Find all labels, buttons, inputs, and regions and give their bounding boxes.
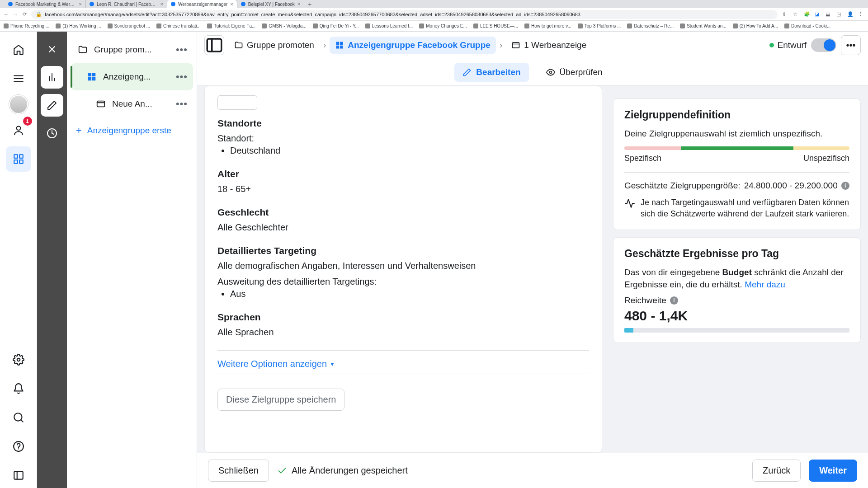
pencil-icon <box>462 68 472 77</box>
daily-results-body: Das von dir eingegebene Budget schränkt … <box>624 266 849 291</box>
nav-search[interactable] <box>6 405 31 430</box>
next-button[interactable]: Weiter <box>809 460 857 482</box>
svg-rect-25 <box>97 101 105 107</box>
avatar <box>9 95 28 114</box>
svg-rect-5 <box>19 155 23 158</box>
nav-ads-manager[interactable] <box>6 146 31 172</box>
nav-back-icon[interactable]: ← <box>4 12 9 17</box>
history-button[interactable] <box>41 122 63 145</box>
publish-toggle[interactable] <box>811 38 836 52</box>
locations-heading: Standorte <box>217 118 589 129</box>
tree-row-ad[interactable]: Neue An... ••• <box>71 90 193 117</box>
nav-forward-icon[interactable]: → <box>13 12 18 17</box>
row-menu-icon[interactable]: ••• <box>176 44 188 56</box>
svg-rect-13 <box>14 471 23 479</box>
breadcrumb-adset[interactable]: Anzeigengruppe Facebook Gruppe <box>330 37 496 54</box>
extension-icon[interactable]: ◪ <box>815 11 821 18</box>
tree-row-adset[interactable]: Anzeigeng... ••• <box>71 63 193 90</box>
expansion-value: Aus <box>230 289 589 299</box>
bookmark[interactable]: Money Changes E... <box>419 23 467 28</box>
star-icon[interactable]: ☆ <box>793 11 799 18</box>
svg-rect-23 <box>88 77 91 80</box>
info-icon[interactable]: i <box>841 182 849 190</box>
close-icon[interactable]: × <box>79 1 82 7</box>
lock-icon: 🔒 <box>36 11 42 17</box>
browser-tab[interactable]: Werbeanzeigenmanager× <box>167 0 237 8</box>
more-menu-button[interactable]: ••• <box>841 35 861 55</box>
bookmark[interactable]: Qing Fei De Yi - Y... <box>313 23 359 28</box>
svg-point-8 <box>17 358 20 361</box>
row-menu-icon[interactable]: ••• <box>176 98 188 110</box>
extension-icon[interactable]: ◳ <box>836 11 843 18</box>
age-heading: Alter <box>217 169 589 179</box>
grid-icon <box>87 72 97 82</box>
info-icon[interactable]: i <box>670 296 678 305</box>
audience-definition-title: Zielgruppendefinition <box>624 109 849 121</box>
bookmark[interactable]: Datenschutz – Re... <box>627 23 674 28</box>
extension-icon[interactable]: 🧩 <box>804 11 810 18</box>
svg-rect-31 <box>336 46 340 49</box>
pill-placeholder <box>217 95 257 110</box>
bookmark[interactable]: How to get more v... <box>524 23 571 28</box>
bookmark[interactable]: Chinese translati... <box>156 23 201 28</box>
bookmark[interactable]: Top 3 Platforms ... <box>578 23 621 28</box>
bookmark[interactable]: Tutorial: Eigene Fa... <box>207 23 255 28</box>
ad-icon <box>96 99 106 109</box>
svg-rect-7 <box>19 160 23 164</box>
breadcrumb-ad[interactable]: 1 Werbeanzeige <box>506 37 592 54</box>
panel-toggle-button[interactable] <box>204 35 224 55</box>
nav-menu[interactable] <box>6 66 31 91</box>
close-editor-button[interactable] <box>41 38 63 61</box>
nav-notifications[interactable] <box>6 376 31 401</box>
back-button[interactable]: Zurück <box>752 460 801 482</box>
show-more-options-link[interactable]: Weitere Optionen anzeigen▼ <box>217 359 589 369</box>
daily-results-card: Geschätzte Ergebnisse pro Tag Das von di… <box>613 237 861 343</box>
chevron-right-icon: › <box>323 40 326 50</box>
nav-home[interactable] <box>6 37 31 62</box>
save-audience-button[interactable]: Diese Zielgruppe speichern <box>217 389 344 411</box>
browser-tab[interactable]: Leon R. Chaudhari | Facebook× <box>86 0 167 8</box>
bookmark[interactable]: (2) How To Add A... <box>733 23 778 28</box>
close-icon[interactable]: × <box>230 1 233 7</box>
svg-rect-32 <box>340 46 343 49</box>
share-icon[interactable]: ⇧ <box>782 11 788 18</box>
close-icon[interactable]: × <box>297 1 300 7</box>
nav-help[interactable] <box>6 434 31 459</box>
nav-audiences[interactable]: 1 <box>6 117 31 143</box>
status-badge: Entwurf <box>769 40 807 50</box>
bookmark[interactable]: GMSN - Vologda... <box>262 23 306 28</box>
breadcrumb-campaign[interactable]: Gruppe promoten <box>229 37 320 54</box>
bookmark[interactable]: Sonderangebot ... <box>108 23 151 28</box>
tree-row-campaign[interactable]: Gruppe prom... ••• <box>71 36 193 63</box>
browser-tab[interactable]: Facebook Marketing & Werbe...× <box>5 0 86 8</box>
reload-icon[interactable]: ⟳ <box>23 11 27 17</box>
nav-account[interactable] <box>9 95 28 114</box>
avatar-icon[interactable]: 👤 <box>847 11 854 18</box>
new-tab-button[interactable]: + <box>304 0 315 8</box>
bookmark[interactable]: Phone Recycling ... <box>4 23 49 28</box>
browser-tab[interactable]: Beispiel XY | Facebook× <box>237 0 304 8</box>
close-button[interactable]: Schließen <box>208 460 269 482</box>
bookmark[interactable]: Download - Cooki... <box>784 23 830 28</box>
divider <box>217 350 589 351</box>
gauge-label-specific: Spezifisch <box>624 154 661 163</box>
bookmark[interactable]: (1) How Working ... <box>56 23 101 28</box>
bookmark[interactable]: LEE'S HOUSE—... <box>473 23 518 28</box>
edit-button[interactable] <box>41 94 63 117</box>
bookmark[interactable]: Student Wants an... <box>680 23 726 28</box>
row-menu-icon[interactable]: ••• <box>176 71 188 83</box>
tab-review[interactable]: Überprüfen <box>538 63 611 82</box>
menu-icon[interactable]: ⋮ <box>858 11 864 18</box>
extension-icon[interactable]: ⬓ <box>826 11 832 18</box>
stats-button[interactable] <box>41 66 63 89</box>
url-bar[interactable]: 🔒facebook.com/adsmanager/manage/adsets/e… <box>31 10 778 19</box>
add-adset-button[interactable]: + Anzeigengruppe erste <box>67 117 197 144</box>
tab-edit[interactable]: Bearbeiten <box>454 63 528 82</box>
close-icon[interactable]: × <box>160 1 163 7</box>
nav-settings[interactable] <box>6 347 31 372</box>
nav-collapse[interactable] <box>6 463 31 488</box>
learn-more-link[interactable]: Mehr dazu <box>745 280 785 289</box>
status-dot-icon <box>769 43 774 47</box>
bookmark[interactable]: Lessons Learned f... <box>365 23 413 28</box>
caret-down-icon: ▼ <box>330 361 335 367</box>
